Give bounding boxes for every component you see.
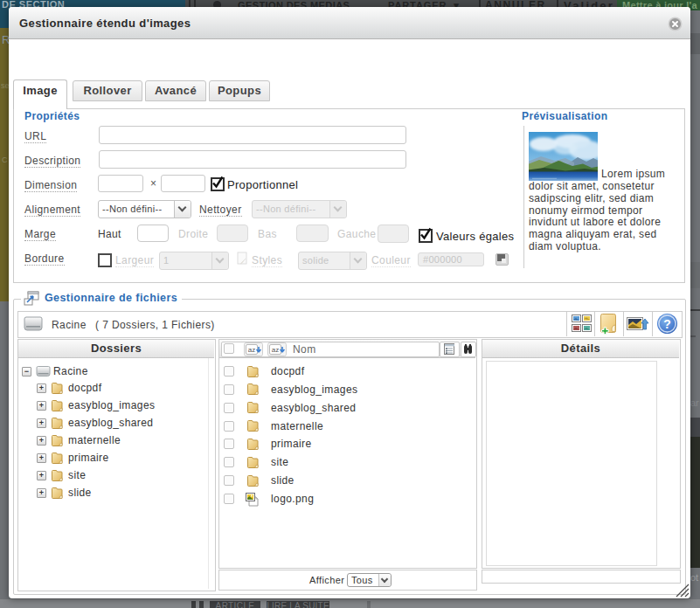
svg-text:az: az (248, 346, 255, 354)
svg-text:az: az (272, 346, 279, 354)
svg-text:?: ? (663, 317, 671, 331)
